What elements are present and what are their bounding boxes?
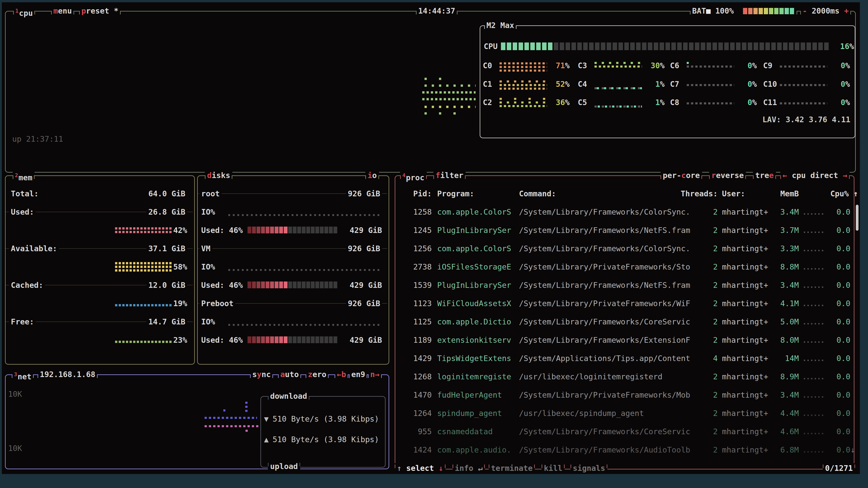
process-row[interactable]: 1264spindump_agent/usr/libexec/spindump_…: [0, 408, 868, 418]
proc-option-per-core[interactable]: per-core: [660, 170, 702, 180]
core-label: C5: [578, 97, 587, 107]
col-header-threads[interactable]: Threads:: [673, 189, 718, 199]
info-button[interactable]: info ↵: [453, 463, 485, 473]
col-header-program[interactable]: Program:: [437, 189, 474, 199]
process-command: /System/Library/Frameworks/ExtensionF: [519, 335, 690, 345]
dot-graph-row: [422, 91, 475, 94]
process-row[interactable]: 1125com.apple.Dictio/System/Library/Fram…: [0, 317, 868, 327]
col-header-cpu[interactable]: Cpu% ↑: [830, 189, 858, 199]
update-interval-control[interactable]: - 2000ms +: [800, 6, 851, 16]
terminate-button[interactable]: terminate: [489, 463, 535, 473]
scroll-more-arrow-icon: ↓: [850, 445, 855, 455]
col-header-pid[interactable]: Pid:: [400, 189, 432, 199]
process-mem: 3.7M: [772, 225, 799, 235]
tab-net[interactable]: 3net: [12, 369, 34, 379]
select-down-arrow-icon[interactable]: ↓: [438, 464, 443, 473]
battery-block: [753, 8, 758, 14]
interval-plus-button[interactable]: +: [844, 6, 848, 15]
tab-cpu[interactable]: 1cpu: [13, 6, 35, 16]
col-header-mem[interactable]: MemB: [772, 189, 799, 199]
process-program: com.apple.ColorS: [437, 243, 511, 254]
interval-minus-button[interactable]: -: [802, 6, 807, 15]
process-threads: 2: [695, 262, 718, 272]
cpu-meter-block: [683, 42, 688, 50]
dot-graph-row: [425, 112, 458, 115]
dot-graph-row: [804, 360, 826, 361]
cpu-meter-label: CPU: [484, 41, 498, 51]
tab-mem[interactable]: 2mem: [13, 170, 35, 180]
clock: 14:44:37: [416, 6, 458, 16]
process-cpu: 0.0: [828, 317, 850, 327]
net-button-n[interactable]: n→: [368, 369, 382, 379]
process-cpu: 0.0: [828, 390, 850, 400]
core-label: C8: [670, 97, 679, 107]
cpu-meter-block: [742, 42, 746, 50]
process-row[interactable]: 2738iOSFilesStorageE/System/Library/Priv…: [0, 262, 868, 272]
process-row[interactable]: 1123WiFiCloudAssetsX/System/Library/Priv…: [0, 298, 868, 308]
process-user: mhartingt+: [722, 317, 768, 327]
select-control[interactable]: ↑ select ↓: [395, 463, 445, 473]
proc-option-cpu-direct[interactable]: ← cpu direct →: [780, 170, 850, 180]
process-row[interactable]: 1539PlugInLibrarySer/System/Library/Fram…: [0, 280, 868, 290]
process-user: mhartingt+: [722, 353, 768, 363]
process-cpu: 0.0: [828, 243, 850, 254]
core-label: C7: [670, 79, 679, 89]
process-row[interactable]: 1268loginitemregiste/usr/libexec/loginit…: [0, 372, 868, 382]
process-mem: 3.4M: [772, 280, 799, 290]
dot-graph-row: [687, 62, 689, 64]
process-user: mhartingt+: [722, 445, 768, 455]
net-button-en9[interactable]: en9: [349, 369, 367, 379]
col-header-user[interactable]: User:: [722, 189, 745, 199]
cpu-meter-block: [677, 42, 682, 50]
process-user: mhartingt+: [722, 372, 768, 382]
net-button-auto[interactable]: auto: [278, 369, 301, 379]
core-percent: 0%: [730, 97, 757, 107]
net-button-b[interactable]: ←b: [335, 369, 348, 379]
process-mem: 3.4M: [772, 390, 799, 400]
cpu-meter-block: [783, 42, 787, 50]
cpu-meter-block: [618, 42, 623, 50]
dot-graph-row: [500, 62, 547, 64]
proc-option-tree[interactable]: tree: [753, 170, 776, 180]
preset-button[interactable]: preset *: [79, 6, 121, 16]
process-row[interactable]: 1470fudHelperAgent/System/Library/Privat…: [0, 390, 868, 400]
process-row[interactable]: 1256com.apple.ColorS/System/Library/Fram…: [0, 243, 868, 254]
process-row[interactable]: 1424com.apple.audio./System/Library/Fram…: [0, 445, 868, 455]
cpu-meter-block: [736, 42, 741, 50]
proc-option-reverse[interactable]: reverse: [709, 170, 746, 180]
dot-graph-row: [500, 70, 547, 72]
process-row[interactable]: 1189extensionkitserv/System/Library/Fram…: [0, 335, 868, 345]
process-program: csnameddatad: [437, 427, 493, 436]
net-button-sync[interactable]: sync: [250, 369, 273, 379]
dot-graph-row: [500, 66, 547, 68]
core-label: C2: [483, 97, 492, 107]
cpu-meter-block: [583, 42, 588, 50]
cpu-meter-block: [724, 42, 729, 50]
process-row[interactable]: 1429TipsWidgetExtens/System/Applications…: [0, 353, 868, 363]
select-up-arrow-icon[interactable]: ↑: [397, 464, 401, 473]
process-row[interactable]: 955csnameddatad/System/Library/Framework…: [0, 427, 868, 436]
net-button-zero[interactable]: zero: [306, 369, 329, 379]
dot-graph-row: [425, 85, 475, 87]
process-threads: 2: [695, 207, 718, 217]
process-program: spindump_agent: [437, 408, 502, 418]
col-header-command[interactable]: Command:: [519, 189, 556, 199]
process-cpu: 0.0: [828, 225, 850, 235]
filter-button[interactable]: filter: [433, 170, 466, 180]
cpu-meter-block: [824, 42, 829, 50]
signals-button[interactable]: signals: [570, 463, 608, 473]
mem-row-value: 64.0 GiB: [147, 189, 187, 199]
process-row[interactable]: 1258com.apple.ColorS/System/Library/Fram…: [0, 207, 868, 217]
tab-disks[interactable]: disks: [205, 170, 232, 180]
cpu-meter-block: [560, 42, 564, 50]
io-mode-button[interactable]: io: [365, 170, 379, 180]
cpu-meter-block: [607, 42, 611, 50]
process-row[interactable]: 1245PlugInLibrarySer/System/Library/Fram…: [0, 225, 868, 235]
menu-button[interactable]: menu: [51, 6, 74, 16]
tab-proc[interactable]: 4proc: [400, 170, 427, 180]
cpu-meter-block: [507, 42, 511, 50]
process-pid: 1268: [400, 372, 432, 382]
dot-graph-row: [804, 396, 826, 398]
proc-scrollbar-thumb[interactable]: [856, 205, 859, 231]
kill-button[interactable]: kill: [541, 463, 565, 473]
